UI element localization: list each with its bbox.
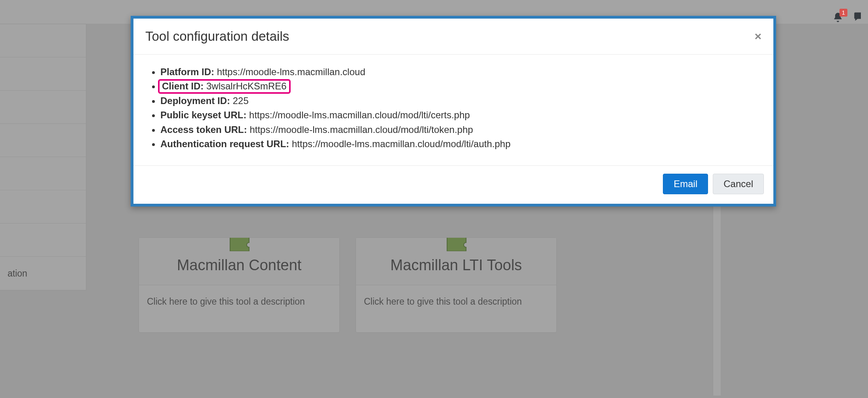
config-row-deployment-id: Deployment ID: 225 [160,95,761,107]
modal-title: Tool configuration details [145,29,289,44]
tool-configuration-modal: Tool configuration details × Platform ID… [131,16,776,207]
config-value: https://moodle-lms.macmillan.cloud [217,66,365,77]
config-label: Access token URL: [160,124,247,135]
config-row-keyset-url: Public keyset URL: https://moodle-lms.ma… [160,109,761,121]
config-row-auth-request-url: Authentication request URL: https://mood… [160,138,761,150]
modal-body: Platform ID: https://moodle-lms.macmilla… [133,55,773,165]
config-label: Client ID: [162,81,204,91]
config-value: 3wlsalrHcKSmRE6 [206,81,287,91]
config-row-client-id: Client ID: 3wlsalrHcKSmRE6 [160,80,761,93]
config-label: Platform ID: [160,66,214,77]
config-value: 225 [233,95,249,106]
cancel-button[interactable]: Cancel [713,174,764,194]
config-value: https://moodle-lms.macmillan.cloud/mod/l… [292,138,510,149]
config-value: https://moodle-lms.macmillan.cloud/mod/l… [249,110,470,120]
chat-icon [853,11,861,22]
config-label: Public keyset URL: [160,110,246,120]
close-button[interactable]: × [754,30,761,42]
modal-header: Tool configuration details × [133,19,773,55]
highlight-annotation: Client ID: 3wlsalrHcKSmRE6 [158,79,291,94]
config-row-platform-id: Platform ID: https://moodle-lms.macmilla… [160,66,761,78]
modal-footer: Email Cancel [133,165,773,204]
notifications-button[interactable]: 1 [832,11,844,24]
config-value: https://moodle-lms.macmillan.cloud/mod/l… [249,124,473,135]
topbar-icons: 1 [789,0,868,36]
config-row-access-token-url: Access token URL: https://moodle-lms.mac… [160,123,761,136]
notification-count-badge: 1 [839,9,847,17]
config-label: Authentication request URL: [160,138,289,149]
config-details-list: Platform ID: https://moodle-lms.macmilla… [145,66,761,150]
messages-button[interactable] [853,11,861,24]
close-icon: × [754,30,761,43]
email-button[interactable]: Email [663,174,708,194]
config-label: Deployment ID: [160,95,230,106]
